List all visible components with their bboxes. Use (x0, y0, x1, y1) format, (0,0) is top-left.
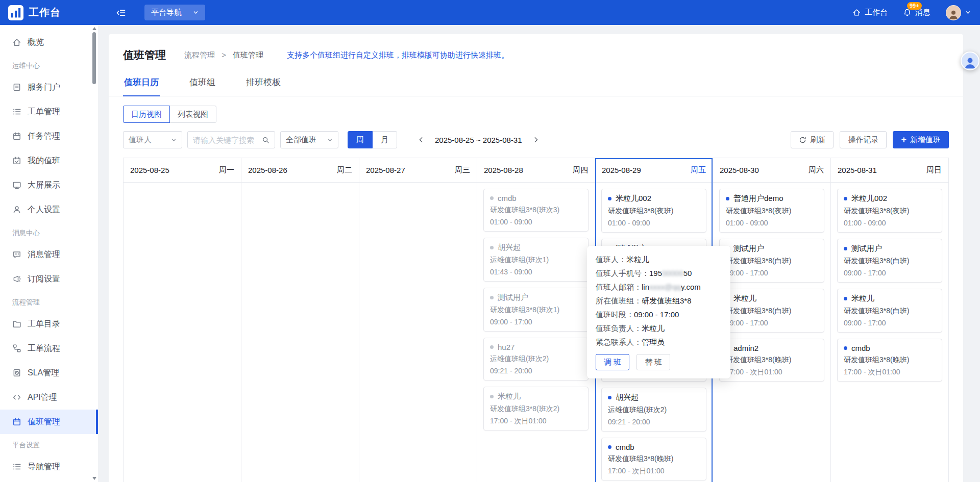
user-menu[interactable] (946, 5, 971, 20)
nav-manage-icon (12, 462, 21, 471)
event-time: 09:00 - 17:00 (726, 269, 818, 278)
sidebar-item-订阅设置[interactable]: 订阅设置 (0, 267, 98, 291)
sidebar-item-个人设置[interactable]: 个人设置 (0, 197, 98, 222)
duty-event-card[interactable]: 米粒儿 研发值班组3*8(班次2) 17:00 - 次日01:00 (483, 387, 589, 430)
popup-field: 值班负责人：米粒儿 (596, 321, 722, 335)
day-weekday: 周四 (573, 165, 588, 175)
duty-event-card[interactable]: admin2 研发值班组3*8(晚班) 17:00 - 次日01:00 (719, 339, 824, 382)
day-date: 2025-08-26 (248, 166, 287, 174)
subscription-icon (12, 274, 21, 284)
duty-event-card[interactable]: 米粒儿002 研发值班组3*8(夜班) 01:00 - 09:00 (837, 189, 942, 233)
operation-record-button[interactable]: 操作记录 (840, 131, 887, 148)
add-duty-button[interactable]: + 新增值班 (893, 131, 949, 148)
sidebar-item-label: 大屏展示 (28, 180, 60, 191)
page-card: 值班管理 流程管理 > 值班管理 支持多个值班组进行自定义排班，排班模版可协助进… (109, 34, 963, 482)
duty-person-select[interactable]: 值班人 (123, 131, 182, 148)
view-toggle-列表视图[interactable]: 列表视图 (169, 106, 216, 123)
duty-event-card[interactable]: 胡兴起 运维值班组(班次2) 09:21 - 20:00 (601, 388, 706, 432)
topbar: 工作台 平台导航 工作台 99+ 消息 (0, 0, 980, 25)
home-icon (852, 8, 861, 17)
calendar-day-header: 2025-08-30 周六 (713, 158, 830, 183)
duty-event-card[interactable]: hu27 运维值班组(班次2) 09:21 - 20:00 (483, 338, 589, 380)
popup-field-value: 米粒儿 (626, 255, 649, 264)
event-time: 09:00 - 17:00 (726, 319, 818, 328)
duty-detail-popup: 值班人：米粒儿 值班人手机号：1950000050 值班人邮箱：linxxxx@… (587, 246, 730, 378)
tab-值班日历[interactable]: 值班日历 (123, 71, 160, 96)
month-view-button[interactable]: 月 (372, 131, 397, 148)
filter-row: 值班人 全部值班 周 (123, 131, 949, 148)
popup-field-label: 所在值班组： (596, 296, 642, 305)
duty-event-card[interactable]: 米粒儿 研发值班组3*8(白班) 09:00 - 17:00 (719, 289, 824, 333)
sidebar-item-任务管理[interactable]: 任务管理 (0, 124, 98, 148)
duty-event-card[interactable]: 米粒儿002 研发值班组3*8(夜班) 01:00 - 09:00 (601, 189, 706, 233)
scroll-up-icon[interactable] (92, 27, 96, 30)
search-input[interactable] (193, 136, 259, 144)
sidebar-item-我的值班[interactable]: 我的值班 (0, 148, 98, 173)
duty-event-card[interactable]: cmdb 研发值班组3*8(班次3) 01:00 - 09:00 (483, 189, 589, 232)
platform-nav-dropdown[interactable]: 平台导航 (144, 5, 205, 20)
duty-manage-icon (12, 417, 21, 426)
page-header: 值班管理 流程管理 > 值班管理 支持多个值班组进行自定义排班，排班模版可协助进… (109, 34, 963, 71)
sidebar-item-label: 概览 (28, 37, 44, 48)
service-portal-icon (12, 83, 21, 92)
day-weekday: 周五 (691, 165, 706, 175)
sidebar-item-消息管理[interactable]: 消息管理 (0, 242, 98, 267)
api-manage-icon (12, 393, 21, 402)
topbar-messages-link[interactable]: 99+ 消息 (903, 8, 930, 17)
breadcrumb-item[interactable]: 流程管理 (184, 50, 215, 59)
sidebar-item-大屏展示[interactable]: 大屏展示 (0, 173, 98, 197)
topbar-workbench-link[interactable]: 工作台 (852, 8, 888, 17)
event-person: cmdb (851, 344, 870, 352)
day-events (124, 183, 241, 482)
popup-button-调班[interactable]: 调 班 (596, 354, 629, 370)
sidebar-group-label: 平台设置 (0, 434, 98, 454)
event-group: 运维值班组(班次2) (490, 354, 582, 364)
page-title: 值班管理 (123, 48, 166, 62)
calendar-day-column: 2025-08-25 周一 (124, 158, 241, 482)
calendar-day-header: 2025-08-25 周一 (124, 158, 241, 183)
popup-fields: 值班人：米粒儿 值班人手机号：1950000050 值班人邮箱：linxxxx@… (596, 252, 722, 349)
tab-值班组[interactable]: 值班组 (188, 71, 216, 96)
tab-排班模板[interactable]: 排班模板 (245, 71, 282, 96)
event-time: 17:00 - 次日01:00 (608, 467, 700, 476)
week-view-button[interactable]: 周 (348, 131, 373, 148)
sidebar-item-API管理[interactable]: API管理 (0, 385, 98, 410)
sidebar-item-服务门户[interactable]: 服务门户 (0, 75, 98, 99)
duty-event-card[interactable]: 普通用户demo 研发值班组3*8(夜班) 01:00 - 09:00 (719, 189, 824, 233)
event-status-dot (844, 247, 847, 250)
sidebar-item-label: 值班管理 (28, 417, 60, 427)
refresh-button[interactable]: 刷新 (791, 131, 834, 148)
calendar-grid: 2025-08-25 周一 2025-08-26 周二 2025-08-27 周… (123, 158, 949, 482)
scrollbar-thumb[interactable] (92, 32, 96, 84)
search-icon[interactable] (262, 136, 270, 144)
event-time: 09:21 - 20:00 (608, 418, 700, 427)
sidebar-item-概览[interactable]: 概览 (0, 30, 98, 55)
sidebar-item-label: 任务管理 (28, 131, 60, 142)
scroll-down-icon[interactable] (92, 477, 96, 480)
popup-button-替班[interactable]: 替 班 (636, 354, 670, 370)
calendar-day-column: 2025-08-26 周二 (241, 158, 359, 482)
next-week-icon[interactable] (532, 136, 540, 143)
duty-scope-select[interactable]: 全部值班 (280, 131, 338, 148)
popup-field-label: 紧急联系人： (596, 338, 642, 346)
duty-event-card[interactable]: 测试用户 研发值班组3*8(白班) 09:00 - 17:00 (837, 239, 942, 283)
sidebar-item-工单目录[interactable]: 工单目录 (0, 312, 98, 336)
duty-event-card[interactable]: cmdb 研发值班组3*8(晚班) 17:00 - 次日01:00 (837, 339, 942, 382)
prev-week-icon[interactable] (418, 136, 425, 143)
sidebar-item-值班管理[interactable]: 值班管理 (0, 410, 98, 434)
sidebar-item-工单流程[interactable]: 工单流程 (0, 336, 98, 361)
duty-event-card[interactable]: 胡兴起 运维值班组(班次1) 01:43 - 09:00 (483, 238, 589, 282)
duty-event-card[interactable]: 测试用户 研发值班组3*8(班次1) 09:00 - 17:00 (483, 288, 589, 332)
sidebar-item-工单管理[interactable]: 工单管理 (0, 99, 98, 124)
sidebar-scrollbar[interactable] (91, 25, 98, 482)
view-toggle-日历视图[interactable]: 日历视图 (123, 106, 170, 123)
popup-field-label: 值班人邮箱： (596, 283, 642, 291)
duty-event-card[interactable]: 测试用户 研发值班组3*8(白班) 09:00 - 17:00 (719, 239, 824, 283)
duty-event-card[interactable]: cmdb 研发值班组3*8(晚班) 17:00 - 次日01:00 (601, 438, 706, 480)
sidebar-item-导航管理[interactable]: 导航管理 (0, 454, 98, 479)
duty-event-card[interactable]: 米粒儿 研发值班组3*8(白班) 09:00 - 17:00 (837, 289, 942, 333)
sidebar-item-SLA管理[interactable]: SLA管理 (0, 361, 98, 385)
floating-assistant-avatar[interactable] (961, 52, 979, 70)
app-logo-icon (8, 5, 23, 20)
menu-collapse-icon[interactable] (116, 8, 126, 18)
